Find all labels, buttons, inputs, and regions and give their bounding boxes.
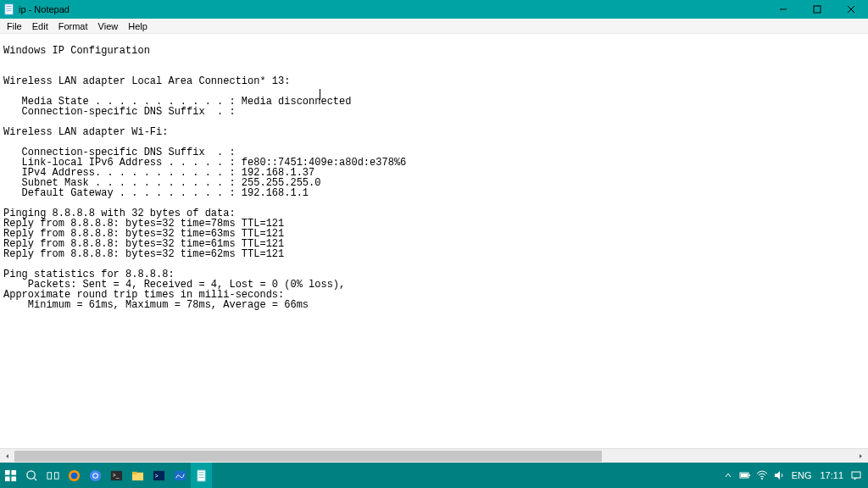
text-cursor [320,89,320,100]
scroll-left-button[interactable] [0,449,14,463]
window-controls [766,0,868,19]
taskbar-app-powershell[interactable]: > [148,463,170,488]
svg-rect-11 [11,469,16,474]
svg-rect-16 [47,472,52,479]
svg-text:>_: >_ [113,472,120,479]
taskbar-app-chrome[interactable] [85,463,106,488]
taskbar-app-firefox[interactable] [64,463,85,488]
svg-marker-8 [6,454,8,458]
svg-rect-13 [11,476,16,481]
window-title: ip - Notepad [19,4,766,14]
svg-rect-29 [175,470,186,480]
start-button[interactable] [0,463,21,488]
svg-rect-17 [54,472,58,479]
svg-point-37 [761,478,763,480]
svg-rect-26 [132,471,137,474]
menu-file[interactable]: File [2,21,27,31]
svg-rect-39 [852,472,860,478]
svg-rect-30 [198,469,205,480]
svg-rect-35 [748,474,750,476]
search-button[interactable] [21,463,42,488]
maximize-button[interactable] [800,0,834,19]
minimize-button[interactable] [766,0,800,19]
tray-volume-icon[interactable] [771,463,787,488]
svg-rect-5 [814,6,821,13]
text-editor[interactable]: Windows IP Configuration Wireless LAN ad… [0,34,868,448]
tray-clock[interactable]: 17:11 [815,470,848,480]
close-button[interactable] [834,0,868,19]
svg-marker-38 [775,471,780,480]
svg-line-15 [34,478,36,480]
svg-point-19 [71,472,78,479]
taskbar-app-terminal[interactable]: >_ [106,463,127,488]
scroll-right-button[interactable] [854,449,868,463]
taskbar-app-explorer[interactable] [127,463,148,488]
svg-rect-36 [741,474,748,477]
system-tray: ENG 17:11 [720,463,868,488]
svg-marker-9 [860,454,862,458]
tray-chevron-up-icon[interactable] [720,463,737,488]
scroll-thumb[interactable] [14,451,602,462]
svg-rect-0 [5,4,14,14]
menu-edit[interactable]: Edit [27,21,53,31]
horizontal-scrollbar[interactable] [0,448,868,463]
menu-view[interactable]: View [93,21,124,31]
titlebar[interactable]: ip - Notepad [0,0,868,19]
svg-text:>: > [155,473,159,479]
tray-wifi-icon[interactable] [754,463,771,488]
taskbar-app-wireshark[interactable] [170,463,191,488]
tray-language[interactable]: ENG [787,470,816,480]
svg-point-14 [27,470,35,478]
svg-point-22 [93,474,97,478]
scroll-track[interactable] [14,449,854,463]
task-view-button[interactable] [42,463,64,488]
menu-help[interactable]: Help [123,21,153,31]
notepad-icon [3,3,15,15]
taskbar: >_ > ENG 17:11 [0,463,868,488]
menu-format[interactable]: Format [53,21,93,31]
notepad-window: ip - Notepad File Edit Format View Help … [0,0,868,488]
menubar: File Edit Format View Help [0,19,868,34]
taskbar-app-notepad[interactable] [191,463,212,488]
taskbar-left: >_ > [0,463,212,488]
svg-rect-10 [5,469,10,474]
tray-notifications-icon[interactable] [848,463,865,488]
tray-battery-icon[interactable] [737,463,754,488]
svg-rect-12 [5,476,10,481]
